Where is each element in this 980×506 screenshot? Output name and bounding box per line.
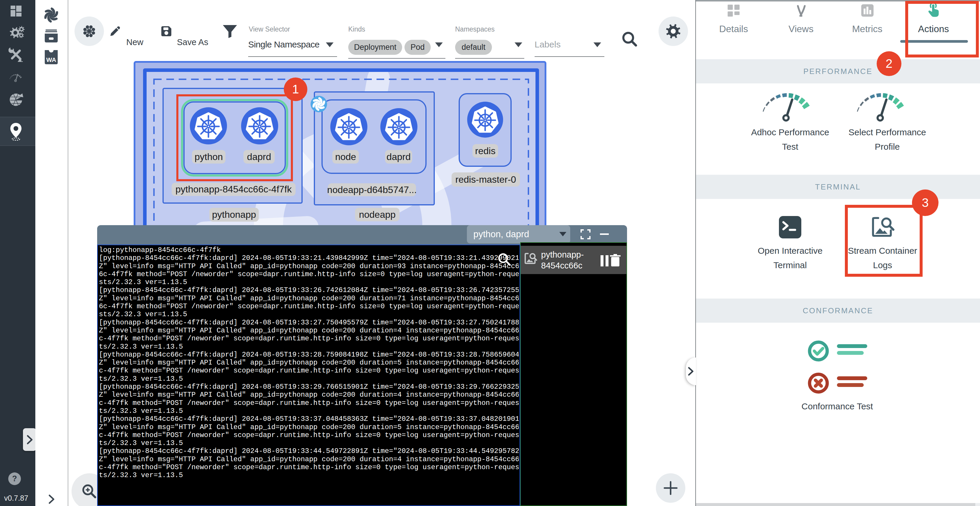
svg-text:WA: WA	[46, 56, 56, 63]
